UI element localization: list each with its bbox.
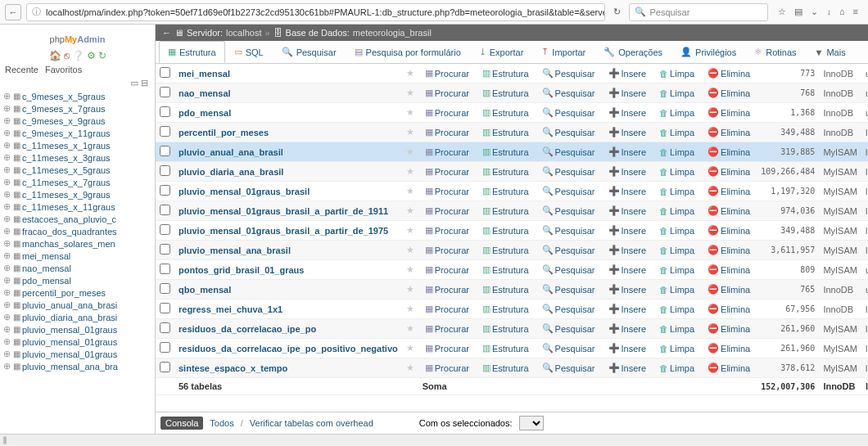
browse-action[interactable]: ▦ Procurar	[423, 127, 472, 137]
tree-item-name[interactable]: pluvio_mensal_01graus	[22, 349, 117, 359]
insert-action[interactable]: ➕ Insere	[606, 343, 649, 354]
insert-action[interactable]: ➕ Insere	[606, 225, 649, 236]
sidebar-table-item[interactable]: ⊕▦c_11meses_x_1graus	[3, 139, 151, 151]
star-icon[interactable]: ★	[406, 323, 414, 333]
reader-icon[interactable]: ▤	[794, 7, 802, 17]
search-action[interactable]: 🔍 Pesquisar	[540, 205, 598, 216]
tree-item-name[interactable]: percentil_por_meses	[22, 288, 106, 298]
row-checkbox[interactable]	[160, 244, 170, 255]
star-icon[interactable]: ★	[406, 264, 414, 274]
star-icon[interactable]: ★	[406, 245, 414, 255]
browse-action[interactable]: ▦ Procurar	[423, 363, 472, 373]
tree-item-name[interactable]: mei_mensal	[22, 251, 70, 261]
expand-icon[interactable]: ⊕	[3, 275, 11, 286]
sidebar-table-item[interactable]: ⊕▦pluvio_mensal_ana_bra	[3, 360, 151, 372]
search-action[interactable]: 🔍 Pesquisar	[540, 186, 598, 196]
tree-item-name[interactable]: fracao_dos_quadrantes	[22, 227, 117, 237]
table-name[interactable]: qbo_mensal	[179, 285, 231, 295]
empty-action[interactable]: 🗑 Limpa	[657, 246, 697, 255]
tree-item-name[interactable]: pluvio_diaria_ana_brasi	[22, 313, 117, 322]
sidebar-table-item[interactable]: ⊕▦c_9meses_x_5graus	[3, 90, 151, 102]
search-action[interactable]: 🔍 Pesquisar	[540, 88, 598, 98]
insert-action[interactable]: ➕ Insere	[606, 68, 649, 79]
drop-action[interactable]: ⛔ Elimina	[705, 146, 753, 157]
empty-action[interactable]: 🗑 Limpa	[657, 69, 697, 79]
table-name[interactable]: pluvio_mensal_01graus_brasil_a_partir_de…	[179, 206, 388, 216]
star-icon[interactable]: ★	[406, 146, 414, 156]
bc-server[interactable]: localhost	[226, 28, 261, 38]
structure-action[interactable]: ▥ Estrutura	[480, 304, 531, 314]
table-name[interactable]: residuos_da_correlacao_ipe_po_positivo_n…	[179, 344, 398, 354]
structure-action[interactable]: ▥ Estrutura	[480, 68, 531, 79]
star-icon[interactable]: ★	[406, 284, 414, 294]
table-name[interactable]: pluvio_mensal_01graus_brasil	[179, 187, 310, 196]
tab-recent[interactable]: Recente	[5, 65, 38, 74]
empty-action[interactable]: 🗑 Limpa	[657, 226, 697, 236]
drop-action[interactable]: ⛔ Elimina	[705, 107, 753, 118]
logout-icon[interactable]: ⎋	[64, 50, 70, 61]
pocket-icon[interactable]: ⌄	[811, 7, 818, 17]
insert-action[interactable]: ➕ Insere	[606, 284, 649, 295]
browse-action[interactable]: ▦ Procurar	[423, 323, 472, 334]
browse-action[interactable]: ▦ Procurar	[423, 107, 472, 118]
sidebar-table-item[interactable]: ⊕▦c_11meses_x_11graus	[3, 200, 151, 213]
empty-action[interactable]: 🗑 Limpa	[657, 167, 697, 177]
tab-operacoes[interactable]: 🔧Operações	[594, 41, 671, 63]
drop-action[interactable]: ⛔ Elimina	[705, 284, 753, 295]
expand-icon[interactable]: ⊕	[3, 349, 11, 359]
structure-action[interactable]: ▥ Estrutura	[480, 323, 531, 334]
table-name[interactable]: pluvio_mensal_ana_brasil	[179, 246, 291, 255]
tab-pesquisa-form[interactable]: ▤Pesquisa por formulário	[346, 41, 470, 63]
sidebar-table-item[interactable]: ⊕▦pdo_mensal	[3, 274, 151, 286]
tree-item-name[interactable]: manchas_solares_men	[22, 239, 115, 249]
drop-action[interactable]: ⛔ Elimina	[705, 363, 753, 373]
sidebar-table-item[interactable]: ⊕▦c_9meses_x_7graus	[3, 102, 151, 115]
expand-icon[interactable]: ⊕	[3, 91, 11, 101]
browse-action[interactable]: ▦ Procurar	[423, 343, 472, 354]
sidebar-table-item[interactable]: ⊕▦fracao_dos_quadrantes	[3, 225, 151, 237]
empty-action[interactable]: 🗑 Limpa	[657, 285, 697, 295]
browse-action[interactable]: ▦ Procurar	[423, 264, 472, 275]
star-icon[interactable]: ★	[406, 205, 414, 215]
browse-action[interactable]: ▦ Procurar	[423, 225, 472, 236]
drop-action[interactable]: ⛔ Elimina	[705, 343, 753, 354]
insert-action[interactable]: ➕ Insere	[606, 107, 649, 118]
table-name[interactable]: sintese_espaco_x_tempo	[179, 363, 287, 373]
sidebar-table-item[interactable]: ⊕▦nao_mensal	[3, 262, 151, 274]
bc-db[interactable]: meteorologia_brasil	[353, 28, 432, 38]
table-name[interactable]: pluvio_diaria_ana_brasil	[179, 167, 283, 177]
sidebar-table-item[interactable]: ⊕▦pluvio_anual_ana_brasi	[3, 299, 151, 311]
expand-icon[interactable]: ⊕	[3, 152, 11, 163]
with-selected-dropdown[interactable]	[519, 416, 544, 430]
drop-action[interactable]: ⛔ Elimina	[705, 166, 753, 177]
expand-icon[interactable]: ⊕	[3, 128, 11, 138]
browse-action[interactable]: ▦ Procurar	[423, 245, 472, 255]
star-icon[interactable]: ★	[406, 225, 414, 235]
star-icon[interactable]: ★	[406, 343, 414, 353]
expand-icon[interactable]: ⊕	[3, 103, 11, 114]
menu-icon[interactable]: ≡	[853, 7, 858, 17]
tab-rotinas[interactable]: ⚛Rotinas	[745, 41, 805, 63]
search-action[interactable]: 🔍 Pesquisar	[540, 323, 598, 334]
tree-item-name[interactable]: pluvio_mensal_ana_bra	[22, 362, 118, 372]
table-name[interactable]: nao_mensal	[179, 88, 231, 98]
empty-action[interactable]: 🗑 Limpa	[657, 344, 697, 354]
sidebar-table-item[interactable]: ⊕▦c_9meses_x_11graus	[3, 127, 151, 139]
tree-item-name[interactable]: c_9meses_x_5graus	[22, 92, 106, 101]
insert-action[interactable]: ➕ Insere	[606, 88, 649, 98]
docs-icon[interactable]: ❔	[72, 50, 84, 61]
row-checkbox[interactable]	[160, 362, 170, 372]
row-checkbox[interactable]	[160, 106, 170, 117]
search-action[interactable]: 🔍 Pesquisar	[540, 68, 598, 79]
expand-icon[interactable]: ⊕	[3, 201, 11, 212]
structure-action[interactable]: ▥ Estrutura	[480, 186, 531, 196]
expand-icon[interactable]: ⊕	[3, 164, 11, 175]
console-button[interactable]: Consola	[160, 417, 203, 430]
row-checkbox[interactable]	[160, 146, 170, 156]
insert-action[interactable]: ➕ Insere	[606, 323, 649, 334]
collapse-panel-icon[interactable]: ←	[162, 28, 171, 38]
expand-icon[interactable]: ⊕	[3, 361, 11, 372]
expand-icon[interactable]: ⊕	[3, 177, 11, 187]
row-checkbox[interactable]	[160, 264, 170, 274]
sidebar-table-item[interactable]: ⊕▦pluvio_mensal_01graus	[3, 323, 151, 336]
